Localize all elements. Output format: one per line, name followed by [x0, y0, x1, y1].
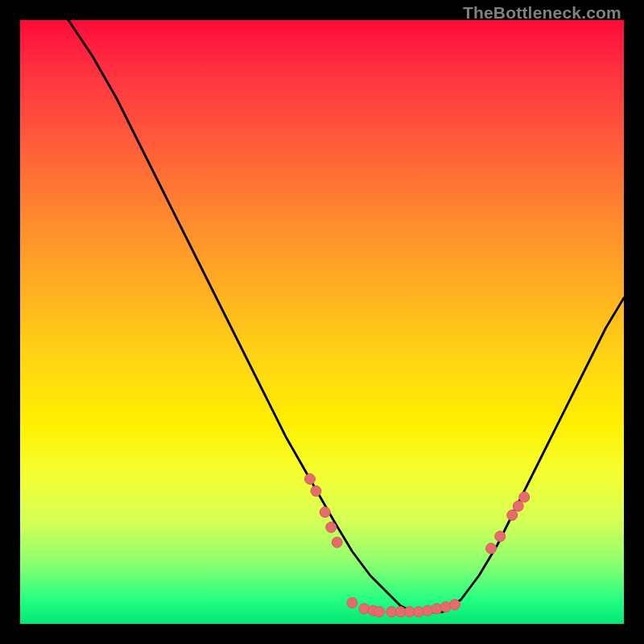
chart-gradient-background: [20, 20, 624, 624]
chart-frame: [20, 20, 624, 624]
